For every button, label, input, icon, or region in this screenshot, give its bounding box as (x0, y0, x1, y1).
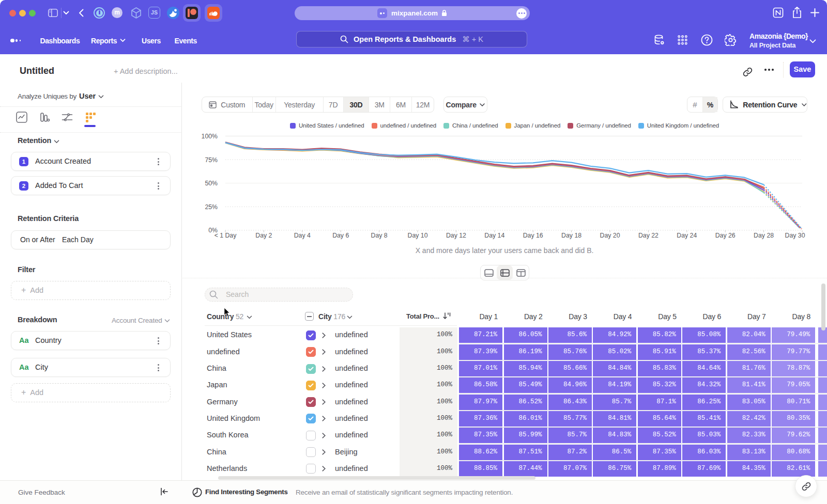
svg-text:Day 8: Day 8 (371, 232, 388, 239)
svg-text:Day 26: Day 26 (715, 232, 736, 239)
svg-text:Day 18: Day 18 (561, 232, 581, 239)
svg-text:Day 14: Day 14 (484, 232, 504, 239)
svg-text:Day 4: Day 4 (294, 232, 311, 239)
svg-text:75%: 75% (205, 156, 218, 164)
svg-text:Day 10: Day 10 (408, 232, 428, 239)
svg-text:Day 12: Day 12 (446, 232, 466, 239)
svg-text:Day 28: Day 28 (754, 232, 774, 239)
svg-text:< 1 Day: < 1 Day (215, 232, 237, 239)
svg-text:Day 6: Day 6 (332, 232, 349, 239)
svg-text:Day 22: Day 22 (638, 232, 658, 239)
svg-text:Day 30: Day 30 (785, 232, 805, 239)
svg-text:Day 24: Day 24 (677, 232, 697, 239)
svg-text:50%: 50% (205, 180, 218, 187)
svg-text:Day 20: Day 20 (600, 232, 620, 239)
svg-text:25%: 25% (205, 203, 218, 211)
svg-text:Day 16: Day 16 (523, 232, 543, 239)
svg-text:Day 2: Day 2 (255, 232, 272, 239)
svg-text:100%: 100% (202, 133, 218, 140)
